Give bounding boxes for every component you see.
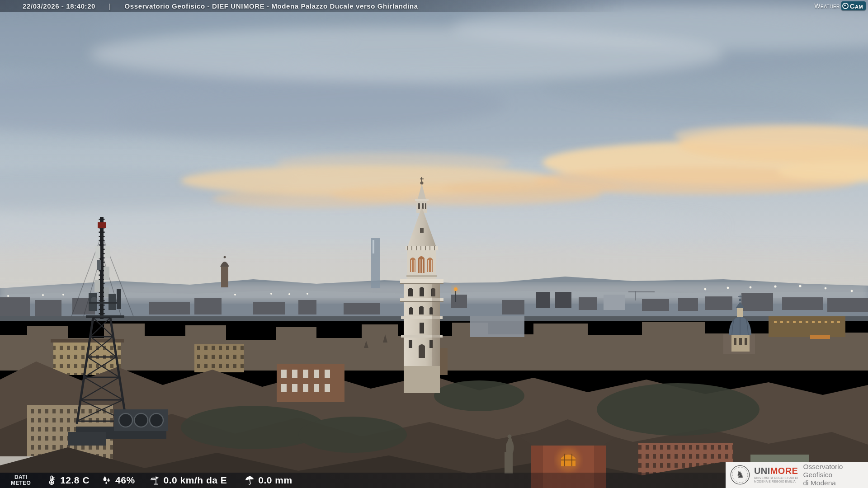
thermometer-icon (46, 475, 57, 486)
wind-vane-icon (150, 475, 160, 486)
observatory-name: Osservatorio Geofisico di Modena (803, 463, 868, 487)
temperature-reading: 12.8 C (46, 475, 90, 486)
university-seal-icon: ♞ (730, 465, 750, 485)
humidity-value: 46% (115, 475, 135, 486)
rain-value: 0.0 mm (258, 475, 292, 486)
timestamp: 22/03/2026 - 18:40:20 (23, 2, 95, 10)
weathercam-weather-label: Weather (814, 2, 840, 9)
wind-value: 0.0 km/h da E (164, 475, 227, 486)
dati-meteo-label: DATI METEO (11, 474, 31, 486)
weathercam-cam-label: Cam (850, 2, 863, 10)
webcam-page: 22/03/2026 - 18:40:20 | Osservatorio Geo… (0, 0, 868, 488)
wind-reading: 0.0 km/h da E (150, 475, 227, 486)
header-bar: 22/03/2026 - 18:40:20 | Osservatorio Geo… (0, 0, 868, 12)
humidity-reading: 46% (101, 475, 135, 486)
webcam-photo (0, 0, 868, 488)
umbrella-icon (244, 475, 255, 486)
unimore-uni-text: UNI (754, 466, 770, 476)
weathercam-badge: Cam (841, 1, 866, 10)
svg-text:♞: ♞ (736, 469, 744, 480)
camera-title: Osservatorio Geofisico - DIEF UNIMORE - … (125, 2, 418, 10)
unimore-dept-line2: MODENA E REGGIO EMILIA (754, 480, 798, 483)
unimore-more-text: MORE (770, 466, 798, 476)
water-drops-icon (101, 475, 112, 486)
separator: | (109, 2, 111, 10)
belfry-arches (410, 256, 433, 273)
unimore-brand: UNIMORE UNIVERSITÀ DEGLI STUDI DI MODENA… (754, 466, 798, 483)
unimore-dept-line1: UNIVERSITÀ DEGLI STUDI DI (754, 476, 798, 480)
weathercam-watermark: Weather Cam (814, 1, 866, 10)
temperature-value: 12.8 C (60, 475, 90, 486)
camera-lens-icon (842, 3, 849, 9)
unimore-logo-box: ♞ UNIMORE UNIVERSITÀ DEGLI STUDI DI MODE… (726, 462, 868, 488)
rain-reading: 0.0 mm (244, 475, 292, 486)
